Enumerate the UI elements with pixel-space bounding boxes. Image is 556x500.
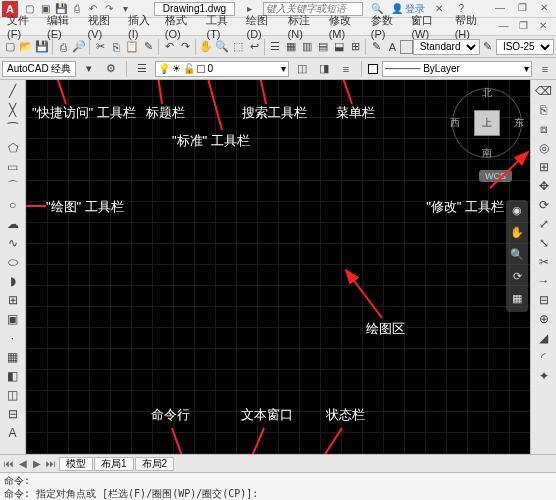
tb-zoomwin-icon[interactable]: ⬚ [230,38,246,56]
tb-match-icon[interactable]: ✎ [140,38,156,56]
tb-open-icon[interactable]: 📂 [18,38,34,56]
region-icon[interactable]: ◫ [3,386,23,404]
nav-show-icon[interactable]: ▦ [509,292,525,308]
circle-icon[interactable]: ○ [3,196,23,214]
explode-icon[interactable]: ✦ [534,367,554,385]
layer-prev-icon[interactable]: ◨ [315,60,333,78]
tab-layout2[interactable]: 布局2 [135,457,175,471]
tb-paste-icon[interactable]: 📋 [124,38,140,56]
tb-redo2-icon[interactable]: ↷ [177,38,193,56]
menu-file[interactable]: 文件(F) [4,13,42,40]
menu-window[interactable]: 窗口(W) [408,13,449,40]
gradient-icon[interactable]: ◧ [3,367,23,385]
layer-combo[interactable]: 💡 ☀ 🔓 0 ▾ [155,61,289,77]
tab-last-icon[interactable]: ⏭ [44,458,58,469]
fillet-icon[interactable]: ◜ [534,348,554,366]
join-icon[interactable]: ⊕ [534,310,554,328]
tb-text-icon[interactable]: A [384,38,400,56]
textstyle-combo[interactable]: Standard [413,39,480,55]
drawing-area[interactable]: 北 南 东 西 上 WCS ◉ ✋ 🔍 ⟳ ▦ "快捷访问" 工具栏 标题栏 "… [26,80,530,454]
ellipse-icon[interactable]: ⬭ [3,253,23,271]
revcloud-icon[interactable]: ☁ [3,215,23,233]
viewcube-top[interactable]: 上 [474,110,500,136]
tb-props-icon[interactable]: ☰ [267,38,283,56]
layer-states-icon[interactable]: ≡ [337,60,355,78]
scale-icon[interactable]: ⤢ [534,215,554,233]
pline-icon[interactable]: ⁀ [3,120,23,138]
viewcube-west[interactable]: 西 [450,116,460,130]
tb-pan-icon[interactable]: ✋ [198,38,214,56]
tb-print-icon[interactable]: ⎙ [55,38,71,56]
tb-dim-icon[interactable]: ✎ [368,38,384,56]
restore-icon[interactable]: ❐ [512,2,532,16]
menu-help[interactable]: 帮助(H) [452,13,491,40]
erase-icon[interactable]: ⌫ [534,82,554,100]
rotate-icon[interactable]: ⟳ [534,196,554,214]
dimstyle-combo[interactable]: ISO-25 [496,39,554,55]
lineweight-icon[interactable]: ≡ [536,60,554,78]
nav-pan-icon[interactable]: ✋ [509,226,525,242]
menu-draw[interactable]: 绘图(D) [243,13,282,40]
xline-icon[interactable]: ╳ [3,101,23,119]
array-icon[interactable]: ⊞ [534,158,554,176]
table-icon[interactable]: ⊟ [3,405,23,423]
tab-first-icon[interactable]: ⏮ [2,458,16,469]
workspace-label[interactable]: AutoCAD 经典 [2,61,76,77]
nav-wheel-icon[interactable]: ◉ [509,204,525,220]
menu-view[interactable]: 视图(V) [85,13,124,40]
wcs-badge[interactable]: WCS [479,170,512,182]
viewcube-south[interactable]: 南 [482,146,492,160]
tb-style-icon[interactable] [400,40,413,54]
mtext-icon[interactable]: A [3,424,23,442]
tb-cut-icon[interactable]: ✂ [92,38,108,56]
tb-mark-icon[interactable]: ⬓ [331,38,347,56]
rect-icon[interactable]: ▭ [3,158,23,176]
tb-preview-icon[interactable]: 🔎 [71,38,87,56]
tb-zoom-icon[interactable]: 🔍 [214,38,230,56]
tb-dc-icon[interactable]: ▦ [283,38,299,56]
ellipsearc-icon[interactable]: ◗ [3,272,23,290]
menu-param[interactable]: 参数(P) [368,13,407,40]
menu-tools[interactable]: 工具(T) [203,13,241,40]
viewcube-east[interactable]: 东 [514,116,524,130]
menu-format[interactable]: 格式(O) [162,13,202,40]
tab-prev-icon[interactable]: ◀ [16,458,30,469]
tb-sheet-icon[interactable]: ▤ [315,38,331,56]
bylayer-combo[interactable]: ───── ByLayer▾ [382,61,532,77]
nav-zoom-icon[interactable]: 🔍 [509,248,525,264]
doc-restore-icon[interactable]: ❐ [514,20,532,34]
minimize-icon[interactable]: — [490,2,510,16]
copy2-icon[interactable]: ⎘ [534,101,554,119]
tab-layout1[interactable]: 布局1 [94,457,134,471]
chamfer-icon[interactable]: ◢ [534,329,554,347]
viewcube-north[interactable]: 北 [482,86,492,100]
trim-icon[interactable]: ✂ [534,253,554,271]
insert-icon[interactable]: ⊞ [3,291,23,309]
layer-iso-icon[interactable]: ◫ [293,60,311,78]
tab-next-icon[interactable]: ▶ [30,458,44,469]
tb-tool-icon[interactable]: ▥ [299,38,315,56]
doc-close-icon[interactable]: ✕ [534,20,552,34]
menu-modify[interactable]: 修改(M) [326,13,366,40]
tb-zoomprev-icon[interactable]: ↩ [246,38,262,56]
close-icon[interactable]: ✕ [534,2,554,16]
ws-gear-icon[interactable]: ⚙ [102,60,120,78]
point-icon[interactable]: · [3,329,23,347]
menu-dim[interactable]: 标注(N) [285,13,324,40]
move-icon[interactable]: ✥ [534,177,554,195]
menu-edit[interactable]: 编辑(E) [44,13,83,40]
hatch-icon[interactable]: ▦ [3,348,23,366]
tb-new-icon[interactable]: ▢ [2,38,18,56]
stretch-icon[interactable]: ⤡ [534,234,554,252]
color-swatch[interactable] [368,64,378,74]
tb-copy-icon[interactable]: ⎘ [108,38,124,56]
arc-icon[interactable]: ⌒ [3,177,23,195]
break-icon[interactable]: ⊟ [534,291,554,309]
tb-undo2-icon[interactable]: ↶ [161,38,177,56]
polygon-icon[interactable]: ⬠ [3,139,23,157]
viewcube[interactable]: 北 南 东 西 上 [452,88,522,158]
ws-dropdown-icon[interactable]: ▾ [80,60,98,78]
spline-icon[interactable]: ∿ [3,234,23,252]
nav-orbit-icon[interactable]: ⟳ [509,270,525,286]
tb-calc-icon[interactable]: ⊞ [347,38,363,56]
